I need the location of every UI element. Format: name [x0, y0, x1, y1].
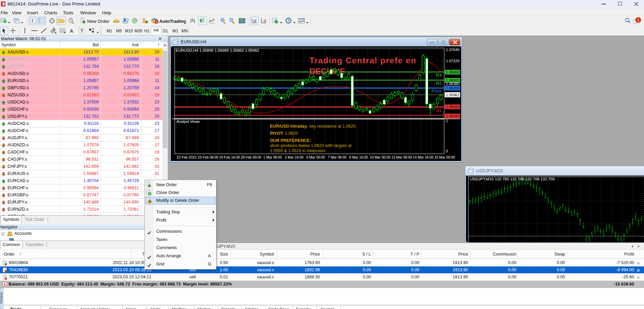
svg-text:8 Mar 16:00: 8 Mar 16:00	[349, 156, 368, 159]
svg-text:1.05500: 1.05500	[446, 105, 460, 109]
svg-text:1.06380: 1.06380	[446, 82, 460, 86]
svg-text:14 Mar 16:00: 14 Mar 16:00	[413, 156, 434, 159]
svg-text:1 Mar 08:00: 1 Mar 08:00	[263, 156, 282, 159]
svg-text:1.06200: 1.06200	[446, 86, 460, 90]
svg-text:6 Mar 00:00: 6 Mar 00:00	[306, 156, 325, 159]
svg-text:R2: R2	[436, 81, 441, 86]
svg-text:10 Mar 00:00: 10 Mar 00:00	[370, 156, 390, 159]
svg-text:13 Mar 08:00: 13 Mar 08:00	[391, 156, 412, 159]
svg-text:2 Mar 16:00: 2 Mar 16:00	[285, 156, 304, 159]
svg-text:1.06800: 1.06800	[446, 70, 460, 74]
svg-text:28 Feb 00:00: 28 Feb 00:00	[241, 156, 261, 159]
svg-text:EUR/USD Intraday: key resista: EUR/USD Intraday: key resistance at 1.06…	[270, 124, 357, 129]
svg-text:1.07640: 1.07640	[446, 48, 460, 52]
svg-text:1: 1	[637, 18, 639, 23]
svg-text:1.07220: 1.07220	[446, 59, 460, 63]
svg-text:USDJPY,M15 132.783 132.799 13: USDJPY,M15 132.783 132.799 132.708 132.7…	[470, 177, 555, 181]
svg-text:OUR PREFERENCE:: OUR PREFERENCE:	[270, 138, 311, 143]
svg-text:1.0550 & 1.0515 in extension.: 1.0550 & 1.0515 in extension.	[270, 148, 326, 153]
svg-text:23 Feb 08:00: 23 Feb 08:00	[198, 156, 219, 159]
svg-text:short positions below 1.0620 w: short positions below 1.0620 with target…	[270, 143, 352, 148]
svg-text:24 Feb 16:00: 24 Feb 16:00	[219, 156, 240, 159]
svg-text:16 Mar 00:00: 16 Mar 00:00	[434, 156, 455, 159]
svg-text:22 Feb 2023: 22 Feb 2023	[177, 156, 196, 159]
svg-text:7 Mar 08:00: 7 Mar 08:00	[328, 156, 347, 159]
svg-text:S1: S1	[436, 108, 441, 113]
svg-text:Pivot: Pivot	[432, 88, 441, 94]
svg-text:PIVOT: 1.0620: PIVOT: 1.0620	[270, 131, 298, 136]
svg-text:R3: R3	[436, 72, 441, 78]
svg-text:Trading Central prefe en: Trading Central prefe en	[309, 56, 416, 65]
svg-text:0: 0	[446, 149, 448, 153]
svg-text:1.05150: 1.05150	[446, 114, 460, 118]
svg-text:1: 1	[446, 119, 448, 123]
svg-text:.Analyst Views: .Analyst Views	[176, 119, 200, 124]
svg-text:1.05962: 1.05962	[446, 93, 460, 97]
svg-text:EURUSD,H4 1.05896 1.05989 1.0: EURUSD,H4 1.05896 1.05989 1.05862 1.0596…	[176, 48, 259, 52]
